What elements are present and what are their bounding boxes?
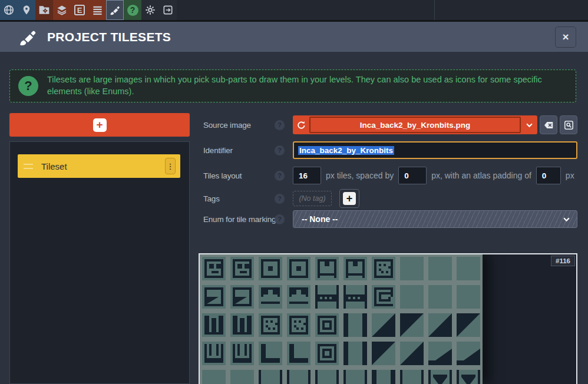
- help-box: ? Tilesets are large images in which you…: [9, 69, 576, 102]
- tile-spacing-input[interactable]: [398, 167, 427, 184]
- add-tag-button[interactable]: +: [339, 189, 359, 208]
- source-image-filename[interactable]: Inca_back2_by_Kronbits.png: [309, 117, 521, 133]
- identifier-input[interactable]: Inca_back2_by_Kronbits: [293, 141, 577, 159]
- folder-gear-icon: [38, 4, 50, 16]
- tileset-preview[interactable]: #116: [199, 253, 577, 384]
- tiles-layout-row: Tiles layout ? px tiles, spaced by px, w…: [203, 167, 577, 184]
- locate-file-button[interactable]: [560, 115, 577, 134]
- help-button[interactable]: ?: [124, 0, 141, 20]
- question-icon: ?: [18, 76, 38, 96]
- world-button[interactable]: [0, 0, 18, 20]
- tilesets-button[interactable]: [106, 0, 124, 20]
- add-tileset-button[interactable]: +: [9, 113, 190, 137]
- clear-source-button[interactable]: [540, 115, 557, 134]
- exit-button[interactable]: [159, 0, 177, 20]
- project-settings-button[interactable]: [35, 0, 53, 20]
- source-image-picker[interactable]: Inca_back2_by_Kronbits.png: [293, 115, 537, 134]
- tileset-image[interactable]: [200, 254, 483, 384]
- gear-icon: [144, 4, 156, 16]
- location-pin-button[interactable]: [18, 0, 35, 20]
- tileset-item-label: Tileset: [41, 161, 67, 171]
- toolbar-divider: [434, 0, 435, 20]
- enum-marking-label: Enum for tile marking: [203, 215, 275, 224]
- help-badge-icon[interactable]: ?: [275, 214, 285, 224]
- exit-icon: [162, 4, 174, 16]
- selected-text: Inca_back2_by_Kronbits: [298, 146, 394, 155]
- help-badge-icon[interactable]: ?: [275, 194, 285, 204]
- paintbrush-icon: [18, 27, 38, 47]
- identifier-row: Identifier ? Inca_back2_by_Kronbits: [203, 141, 577, 159]
- layers-icon: [56, 4, 68, 16]
- chevron-down-icon: [562, 215, 571, 224]
- enum-marking-row: Enum for tile marking ? -- None --: [203, 210, 577, 228]
- source-image-controls: Inca_back2_by_Kronbits.png: [293, 115, 577, 134]
- backspace-icon: [543, 120, 554, 131]
- plus-icon: +: [93, 118, 107, 132]
- list-icon: [92, 5, 103, 16]
- identifier-label: Identifier: [203, 146, 275, 155]
- tileset-list-item[interactable]: Tileset ⋮: [18, 154, 180, 178]
- paintbrush-icon: [109, 4, 121, 16]
- page-title: PROJECT TILESETS: [47, 30, 171, 44]
- atlas-padding-input[interactable]: [536, 167, 561, 184]
- enum-marking-select[interactable]: -- None --: [293, 210, 577, 228]
- no-tag-placeholder: (No tag): [293, 191, 332, 206]
- help-badge-icon[interactable]: ?: [275, 171, 285, 181]
- source-image-row: Source image ? Inca_back2_by_Kronbits.pn…: [203, 115, 577, 134]
- plus-icon: +: [343, 192, 356, 205]
- tiles-layout-text: px tiles, spaced by: [326, 171, 394, 180]
- chevron-down-icon[interactable]: [521, 115, 537, 134]
- tile-count-badge: #116: [551, 256, 575, 266]
- help-badge-icon[interactable]: ?: [275, 145, 285, 155]
- tileset-list: Tileset ⋮: [9, 141, 190, 384]
- help-badge-icon[interactable]: ?: [275, 120, 285, 130]
- location-pin-icon: [21, 4, 32, 16]
- item-menu-button[interactable]: ⋮: [165, 158, 176, 174]
- refresh-icon[interactable]: [293, 115, 309, 134]
- level-list-button[interactable]: [88, 0, 106, 20]
- tile-size-input[interactable]: [293, 167, 321, 184]
- enum-icon: E: [74, 5, 85, 15]
- search-file-icon: [563, 120, 574, 131]
- ldtk-window: E ?: [0, 0, 588, 384]
- tiles-layout-label: Tiles layout: [203, 171, 275, 180]
- source-image-label: Source image: [203, 121, 275, 130]
- app-settings-button[interactable]: [141, 0, 159, 20]
- top-toolbar: E ?: [0, 0, 588, 20]
- tags-row: Tags ? (No tag) +: [203, 190, 577, 207]
- tags-label: Tags: [203, 194, 275, 203]
- enum-marking-value: -- None --: [302, 214, 338, 224]
- tiles-layout-text: px, with an atlas padding of: [431, 171, 531, 180]
- tiles-layout-suffix: px: [566, 171, 574, 180]
- panel-titlebar: PROJECT TILESETS ×: [0, 22, 588, 52]
- help-text: Tilesets are large images in which you p…: [47, 74, 567, 97]
- world-icon: [3, 4, 15, 16]
- panel-body: ? Tilesets are large images in which you…: [0, 52, 588, 384]
- drag-handle-icon[interactable]: [24, 164, 33, 169]
- help-icon: ?: [127, 5, 138, 16]
- close-button[interactable]: ×: [555, 27, 576, 48]
- enums-button[interactable]: E: [71, 0, 88, 20]
- layers-button[interactable]: [53, 0, 71, 20]
